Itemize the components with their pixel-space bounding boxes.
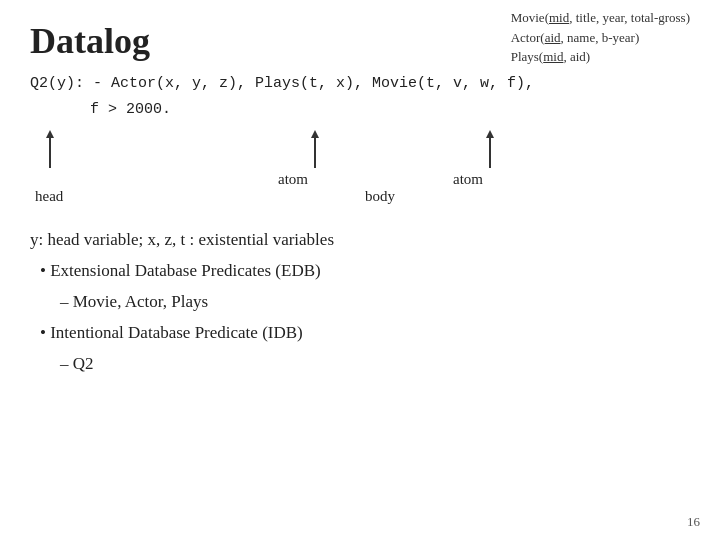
svg-marker-4	[486, 130, 494, 138]
content-section: y: head variable; x, z, t : existential …	[30, 226, 690, 378]
page-number: 16	[687, 514, 700, 530]
content-line1: y: head variable; x, z, t : existential …	[30, 226, 690, 255]
svg-text:atom: atom	[278, 171, 308, 187]
query-line1: Q2(y): - Actor(x, y, z), Plays(t, x), Mo…	[30, 72, 690, 96]
schema-box: Movie(mid, title, year, total-gross) Act…	[511, 8, 690, 67]
query-section: Q2(y): - Actor(x, y, z), Plays(t, x), Mo…	[30, 72, 690, 122]
svg-text:body: body	[365, 188, 396, 204]
slide: Datalog Movie(mid, title, year, total-gr…	[0, 0, 720, 540]
schema-line1: Movie(mid, title, year, total-gross)	[511, 8, 690, 28]
diagram-svg: atom atom body head	[30, 126, 710, 206]
sub1: – Movie, Actor, Plays	[60, 288, 690, 317]
svg-text:atom: atom	[453, 171, 483, 187]
schema-line2: Actor(aid, name, b-year)	[511, 28, 690, 48]
query-line2: f > 2000.	[90, 98, 690, 122]
svg-marker-9	[46, 130, 54, 138]
bullet2: • Intentional Database Predicate (IDB)	[40, 319, 690, 348]
sub2: – Q2	[60, 350, 690, 379]
schema-line3: Plays(mid, aid)	[511, 47, 690, 67]
bullet1: • Extensional Database Predicates (EDB)	[40, 257, 690, 286]
svg-text:head: head	[35, 188, 64, 204]
svg-marker-1	[311, 130, 319, 138]
